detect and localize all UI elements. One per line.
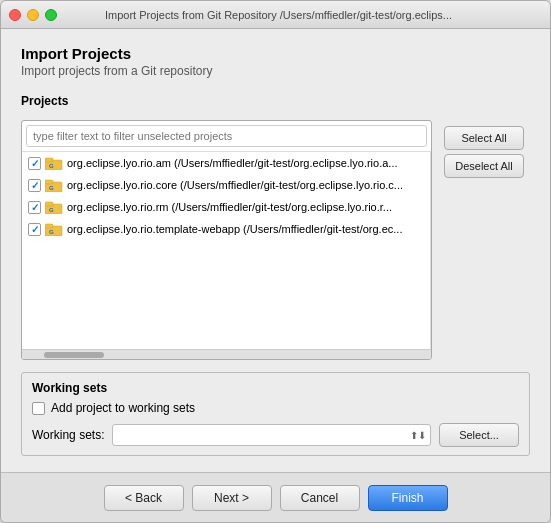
working-sets-title: Working sets — [32, 381, 519, 395]
working-sets-combo[interactable]: ⬆⬇ — [112, 424, 431, 446]
folder-icon: G — [45, 156, 63, 170]
window-title: Import Projects from Git Repository /Use… — [15, 9, 542, 21]
project-checkbox-2[interactable] — [28, 201, 41, 214]
svg-text:G: G — [49, 229, 54, 235]
select-all-button[interactable]: Select All — [444, 126, 524, 150]
svg-rect-10 — [45, 224, 53, 228]
project-label-2: org.eclipse.lyo.rio.rm (/Users/mffiedler… — [67, 201, 392, 213]
list-item[interactable]: G org.eclipse.lyo.rio.rm (/Users/mffiedl… — [22, 196, 430, 218]
select-working-sets-button[interactable]: Select... — [439, 423, 519, 447]
working-sets-row: Working sets: ⬆⬇ Select... — [32, 423, 519, 447]
working-sets-section: Working sets Add project to working sets… — [21, 372, 530, 456]
finish-button[interactable]: Finish — [368, 485, 448, 511]
main-content: Import Projects Import projects from a G… — [1, 29, 550, 472]
project-checkbox-3[interactable] — [28, 223, 41, 236]
scrollbar-area[interactable] — [22, 349, 431, 359]
folder-icon: G — [45, 200, 63, 214]
scrollbar-thumb[interactable] — [44, 352, 104, 358]
project-label-0: org.eclipse.lyo.rio.am (/Users/mffiedler… — [67, 157, 398, 169]
add-to-working-sets-row: Add project to working sets — [32, 401, 519, 415]
projects-section-label: Projects — [21, 94, 530, 108]
add-working-sets-label: Add project to working sets — [51, 401, 195, 415]
project-checkbox-1[interactable] — [28, 179, 41, 192]
filter-input[interactable] — [26, 125, 427, 147]
projects-area: G org.eclipse.lyo.rio.am (/Users/mffiedl… — [21, 120, 432, 360]
window: Import Projects from Git Repository /Use… — [0, 0, 551, 523]
working-sets-label: Working sets: — [32, 428, 104, 442]
page-title: Import Projects — [21, 45, 530, 62]
folder-icon: G — [45, 222, 63, 236]
page-header: Import Projects Import projects from a G… — [21, 45, 530, 86]
combo-arrow-icon: ⬆⬇ — [410, 430, 426, 441]
title-bar: Import Projects from Git Repository /Use… — [1, 1, 550, 29]
svg-text:G: G — [49, 185, 54, 191]
add-working-sets-checkbox[interactable] — [32, 402, 45, 415]
back-button[interactable]: < Back — [104, 485, 184, 511]
filter-row — [22, 121, 431, 152]
deselect-all-button[interactable]: Deselect All — [444, 154, 524, 178]
project-checkbox-0[interactable] — [28, 157, 41, 170]
list-item[interactable]: G org.eclipse.lyo.rio.am (/Users/mffiedl… — [22, 152, 430, 174]
svg-rect-4 — [45, 180, 53, 184]
page-subtitle: Import projects from a Git repository — [21, 64, 530, 78]
projects-main: G org.eclipse.lyo.rio.am (/Users/mffiedl… — [22, 152, 431, 349]
list-item[interactable]: G org.eclipse.lyo.rio.core (/Users/mffie… — [22, 174, 430, 196]
projects-list: G org.eclipse.lyo.rio.am (/Users/mffiedl… — [22, 152, 431, 349]
project-label-3: org.eclipse.lyo.rio.template-webapp (/Us… — [67, 223, 402, 235]
svg-text:G: G — [49, 163, 54, 169]
side-buttons: Select All Deselect All — [438, 120, 530, 360]
project-label-1: org.eclipse.lyo.rio.core (/Users/mffiedl… — [67, 179, 403, 191]
svg-text:G: G — [49, 207, 54, 213]
list-item[interactable]: G org.eclipse.lyo.rio.template-webapp (/… — [22, 218, 430, 240]
next-button[interactable]: Next > — [192, 485, 272, 511]
svg-rect-7 — [45, 202, 53, 206]
svg-rect-1 — [45, 158, 53, 162]
folder-icon: G — [45, 178, 63, 192]
bottom-bar: < Back Next > Cancel Finish — [1, 472, 550, 522]
cancel-button[interactable]: Cancel — [280, 485, 360, 511]
